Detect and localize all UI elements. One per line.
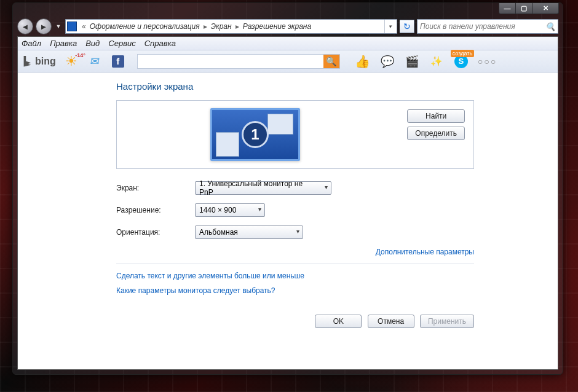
chat-icon[interactable]: 💬 (379, 53, 395, 69)
facebook-icon[interactable]: f (110, 53, 126, 69)
separator (116, 264, 474, 264)
forward-button[interactable]: ► (36, 18, 52, 34)
recent-dropdown[interactable]: ▼ (54, 20, 63, 33)
tools-icon[interactable]: ✨ (429, 53, 445, 69)
ok-button[interactable]: OK (315, 315, 362, 328)
resolution-select[interactable]: 1440 × 900 (195, 203, 265, 217)
menu-file[interactable]: Файл (22, 39, 41, 48)
orientation-label: Ориентация: (116, 228, 195, 237)
breadcrumb-appearance[interactable]: Оформление и персонализация (90, 22, 200, 31)
monitor-arrangement-box: 1 Найти Определить (116, 100, 474, 169)
skype-badge: создать (451, 50, 474, 57)
menu-bar: Файл Правка Вид Сервис Справка (18, 37, 558, 50)
mail-icon[interactable]: ✉ (85, 53, 104, 69)
bing-toolbar: bing ☀-14° ✉ f 🔍 👍 💬 🎬 ✨ создать S ○○○ (18, 50, 558, 73)
bing-logo[interactable]: bing (22, 56, 56, 67)
apply-button[interactable]: Применить (420, 315, 474, 328)
refresh-button[interactable]: ↻ (400, 20, 414, 33)
orientation-select[interactable]: Альбомная (195, 225, 303, 239)
dialog-buttons: OK Отмена Применить (116, 306, 474, 328)
resolution-label: Разрешение: (116, 206, 195, 214)
toolbar-search-input[interactable] (138, 55, 323, 68)
screen-select[interactable]: 1. Универсальный монитор не PnP (195, 181, 331, 195)
bing-icon (22, 56, 33, 67)
search-icon[interactable]: 🔍 (545, 22, 555, 31)
advanced-settings-link[interactable]: Дополнительные параметры (376, 248, 474, 256)
weather-temp: -14° (75, 52, 85, 58)
more-icon[interactable]: ○○○ (478, 57, 497, 66)
control-panel-icon (67, 22, 77, 31)
window-client-area: Файл Правка Вид Сервис Справка bing ☀-14… (17, 36, 558, 370)
breadcrumb-resolution[interactable]: Разрешение экрана (243, 22, 311, 31)
address-dropdown[interactable]: ▾ (384, 20, 395, 33)
content-area: Настройки экрана 1 Найти Определить Экра… (18, 73, 558, 369)
page-title: Настройки экрана (116, 81, 474, 92)
minimize-button[interactable]: — (499, 3, 516, 14)
skype-icon[interactable]: создать S (453, 53, 469, 69)
menu-edit[interactable]: Правка (50, 39, 77, 48)
back-button[interactable]: ◄ (17, 18, 33, 34)
screen-label: Экран: (116, 184, 195, 192)
chevron-left-icon: « (79, 22, 89, 31)
address-bar[interactable]: « Оформление и персонализация ▸ Экран ▸ … (65, 19, 397, 34)
which-settings-link[interactable]: Какие параметры монитора следует выбрать… (116, 286, 474, 295)
breadcrumb-display[interactable]: Экран (211, 22, 232, 31)
help-links: Сделать текст и другие элементы больше и… (116, 272, 474, 295)
chevron-right-icon: ▸ (233, 22, 242, 31)
monitor-number-badge: 1 (242, 121, 269, 148)
chevron-right-icon: ▸ (201, 22, 210, 31)
close-button[interactable]: ✕ (532, 3, 559, 14)
explorer-window: — ▢ ✕ ◄ ► ▼ « Оформление и персонализаци… (12, 2, 563, 375)
like-icon[interactable]: 👍 (355, 53, 371, 69)
navigation-row: ◄ ► ▼ « Оформление и персонализация ▸ Эк… (17, 17, 558, 36)
search-input[interactable] (420, 22, 545, 31)
find-button[interactable]: Найти (407, 109, 465, 123)
menu-service[interactable]: Сервис (108, 39, 135, 48)
media-icon[interactable]: 🎬 (404, 53, 420, 69)
bing-text: bing (35, 56, 56, 67)
toolbar-search-button[interactable]: 🔍 (323, 55, 339, 68)
settings-grid: Экран: 1. Универсальный монитор не PnP Р… (116, 181, 474, 256)
maximize-button[interactable]: ▢ (515, 3, 532, 14)
window-controls: — ▢ ✕ (499, 3, 559, 14)
toolbar-right-icons: 👍 💬 🎬 ✨ создать S ○○○ (355, 53, 497, 69)
cancel-button[interactable]: Отмена (368, 315, 414, 328)
menu-help[interactable]: Справка (144, 39, 176, 48)
search-box[interactable]: 🔍 (417, 19, 558, 34)
detect-button[interactable]: Определить (407, 127, 465, 140)
menu-view[interactable]: Вид (85, 39, 100, 48)
toolbar-search: 🔍 (137, 54, 340, 69)
weather-icon[interactable]: ☀-14° (63, 53, 79, 69)
monitor-preview[interactable]: 1 (210, 108, 300, 161)
text-size-link[interactable]: Сделать текст и другие элементы больше и… (116, 272, 474, 280)
